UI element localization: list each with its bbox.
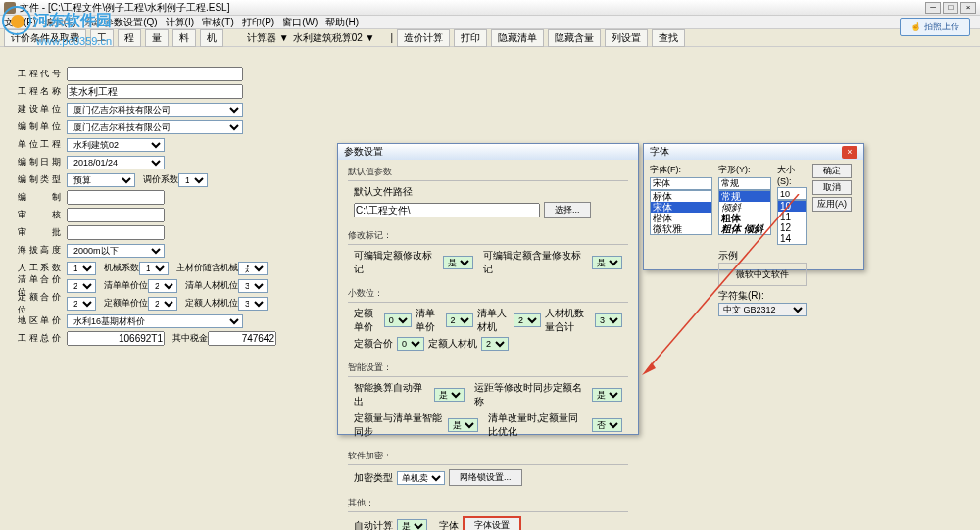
tb-liao[interactable]: 料 bbox=[172, 29, 196, 47]
type-select[interactable]: 预算 bbox=[67, 173, 135, 187]
bianzhi-input[interactable] bbox=[67, 190, 165, 205]
jixie-select[interactable]: 1 bbox=[139, 262, 169, 275]
d6-select[interactable]: 2 bbox=[481, 337, 509, 351]
lbl-total: 工程总价 bbox=[18, 332, 61, 345]
tb-calc-ddl[interactable]: 计算器 ▼ bbox=[247, 31, 289, 45]
total-input[interactable] bbox=[67, 331, 165, 346]
qddj-select[interactable]: 2 bbox=[148, 279, 177, 293]
s4-select[interactable]: 否 bbox=[592, 418, 622, 432]
s2-select[interactable]: 是 bbox=[592, 388, 622, 402]
project-code-input[interactable] bbox=[67, 67, 243, 81]
lbl-dedj: 定额单价位 bbox=[104, 297, 148, 310]
dedj-select[interactable]: 2 bbox=[148, 297, 177, 311]
netlock-button[interactable]: 网络锁设置... bbox=[449, 469, 522, 486]
minimize-icon[interactable]: ─ bbox=[925, 2, 941, 14]
grp-encrypt: 软件加密： bbox=[348, 450, 628, 462]
m1-select[interactable]: 是 bbox=[443, 256, 473, 269]
lbl-sample: 示例 bbox=[718, 249, 807, 263]
tb-hidelist[interactable]: 隐藏清单 bbox=[491, 29, 544, 47]
font-name-input[interactable] bbox=[650, 177, 712, 190]
upload-photo-button[interactable]: ☝ 拍照上传 bbox=[900, 18, 970, 36]
lbl-code: 工程代号 bbox=[18, 68, 61, 80]
font-size-input[interactable] bbox=[777, 187, 807, 200]
menu-file[interactable]: 文件(F) bbox=[4, 16, 36, 29]
charset-select[interactable]: 中文 GB2312 bbox=[718, 303, 807, 316]
tb-cheng[interactable]: 程 bbox=[118, 29, 141, 47]
tb-print[interactable]: 打印 bbox=[454, 29, 487, 47]
menu-edit[interactable]: 编辑(E) bbox=[44, 16, 76, 29]
tb-pricecalc[interactable]: 造价计算 bbox=[397, 29, 450, 47]
font-apply-button[interactable]: 应用(A) bbox=[812, 197, 852, 212]
menu-print[interactable]: 打印(P) bbox=[242, 16, 274, 29]
s3-select[interactable]: 是 bbox=[448, 418, 478, 432]
toolbar: 计价条件及取费 工 程 量 料 机 计算器 ▼ 水利建筑税算02 ▼ | 造价计… bbox=[0, 29, 980, 47]
d1-select[interactable]: 0 bbox=[384, 313, 412, 327]
tb-ji[interactable]: 机 bbox=[200, 29, 223, 47]
enc-select[interactable]: 单机卖 bbox=[397, 471, 445, 485]
s1-select[interactable]: 是 bbox=[434, 388, 465, 402]
tb-hideqty[interactable]: 隐藏含量 bbox=[548, 29, 601, 47]
browse-button[interactable]: 选择... bbox=[544, 202, 591, 218]
menu-help[interactable]: 帮助(H) bbox=[325, 16, 359, 29]
lbl-name: 工程名称 bbox=[18, 85, 61, 98]
d4-select[interactable]: 3 bbox=[595, 313, 622, 327]
build-unit-select[interactable]: 厦门亿吉尔科技有限公司 bbox=[67, 103, 243, 117]
font-ok-button[interactable]: 确定 bbox=[812, 164, 852, 178]
qdrc-select[interactable]: 3 bbox=[238, 279, 268, 293]
param-dlg-title[interactable]: 参数设置 bbox=[338, 144, 638, 160]
d2-select[interactable]: 2 bbox=[446, 313, 473, 327]
path-input[interactable] bbox=[354, 203, 540, 217]
grp-decimal: 小数位： bbox=[348, 287, 628, 300]
window-controls: ─ □ × bbox=[925, 2, 976, 14]
shenpi-input[interactable] bbox=[67, 225, 165, 240]
font-cancel-button[interactable]: 取消 bbox=[812, 180, 852, 195]
font-close-icon[interactable]: × bbox=[842, 146, 858, 159]
tb-cond[interactable]: 计价条件及取费 bbox=[4, 29, 86, 47]
lbl-unit: 单位工程 bbox=[18, 138, 61, 151]
tb-colset[interactable]: 列设置 bbox=[605, 29, 648, 47]
d3-select[interactable]: 2 bbox=[514, 313, 541, 327]
rengong-select[interactable]: 1 bbox=[67, 262, 96, 275]
date-select[interactable]: 2018/01/24 bbox=[67, 156, 165, 169]
shenhei-input[interactable] bbox=[67, 208, 165, 222]
lbl-coef: 调价系数 bbox=[143, 173, 178, 186]
lbl-tax: 其中税金 bbox=[172, 332, 208, 345]
tb-tax-ddl[interactable]: 水利建筑税算02 ▼ bbox=[293, 31, 375, 45]
menu-calc[interactable]: 计算(I) bbox=[166, 16, 194, 29]
lbl-derc: 定额人材机位 bbox=[185, 297, 238, 310]
compile-unit-select[interactable]: 厦门亿吉尔科技有限公司 bbox=[67, 120, 243, 134]
project-name-input[interactable] bbox=[67, 84, 243, 99]
unit-proj-select[interactable]: 水利建筑02 bbox=[67, 138, 165, 152]
lbl-date: 编制日期 bbox=[18, 156, 61, 169]
tb-liang[interactable]: 量 bbox=[145, 29, 169, 47]
tb-gong[interactable]: 工 bbox=[90, 29, 114, 47]
area-select[interactable]: 水利16基期材料价 bbox=[67, 314, 243, 328]
zhucai-select[interactable]: 是 bbox=[238, 262, 268, 275]
dehj-select[interactable]: 2 bbox=[67, 297, 96, 311]
close-icon[interactable]: × bbox=[960, 2, 976, 14]
derc-select[interactable]: 3 bbox=[238, 297, 268, 311]
grp-mark: 修改标记： bbox=[348, 229, 628, 242]
qdhj-select[interactable]: 2 bbox=[67, 279, 96, 293]
menu-window[interactable]: 窗口(W) bbox=[282, 16, 318, 29]
auto-select[interactable]: 是 bbox=[397, 519, 427, 531]
font-list[interactable]: 标体 宋体 楷体 微软雅 新宋体 bbox=[650, 190, 712, 235]
maximize-icon[interactable]: □ bbox=[943, 2, 958, 14]
haiba-select[interactable]: 2000m以下 bbox=[67, 244, 165, 258]
size-list[interactable]: 10 11 12 14 16 18 20 bbox=[777, 200, 807, 245]
font-dlg-title[interactable]: 字体× bbox=[644, 144, 863, 160]
coef-select[interactable]: 1 bbox=[178, 173, 208, 187]
m2-select[interactable]: 是 bbox=[592, 256, 622, 269]
lbl-shenhei: 审 核 bbox=[18, 209, 61, 221]
param-settings-dialog: 参数设置 默认值参数 默认文件路径 选择... 修改标记： 可编辑定额修改标记是… bbox=[337, 143, 639, 435]
menu-audit[interactable]: 审核(T) bbox=[202, 16, 234, 29]
tb-search[interactable]: 查找 bbox=[652, 29, 685, 47]
menu-system[interactable]: 系统参数设置(Q) bbox=[84, 16, 157, 29]
font-style-input[interactable] bbox=[718, 177, 771, 190]
style-list[interactable]: 常规 倾斜 粗体 粗体 倾斜 bbox=[718, 190, 771, 235]
lbl-path: 默认文件路径 bbox=[354, 185, 413, 199]
font-settings-button[interactable]: 字体设置 bbox=[463, 516, 521, 530]
grp-other: 其他： bbox=[348, 497, 628, 509]
tax-input[interactable] bbox=[208, 331, 276, 346]
d5-select[interactable]: 0 bbox=[397, 337, 424, 351]
